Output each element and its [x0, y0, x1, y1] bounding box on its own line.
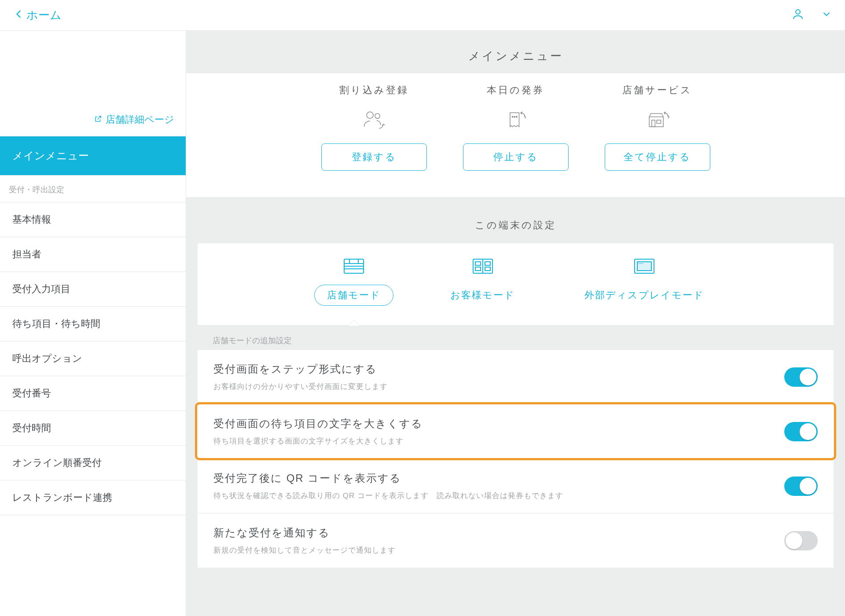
- shop-detail-label: 店舗詳細ページ: [106, 113, 174, 126]
- setting-text: 受付完了後に QR コードを表示する 待ち状況を確認できる読み取り用の QR コ…: [213, 471, 563, 501]
- action-label: 本日の発券: [487, 84, 544, 97]
- back-label: ホーム: [26, 7, 62, 23]
- terminal-title: この端末の設定: [186, 198, 845, 243]
- setting-row-step: 受付画面をステップ形式にする お客様向けの分かりやすい受付画面に変更します: [198, 349, 834, 404]
- sidebar: 店舗詳細ページ メインメニュー 受付・呼出設定 基本情報 担当者 受付入力項目 …: [0, 31, 186, 616]
- toggle-notify[interactable]: [784, 531, 818, 550]
- sidebar-item-wait[interactable]: 待ち項目・待ち時間: [0, 307, 186, 341]
- svg-point-0: [796, 10, 800, 14]
- svg-point-22: [642, 263, 643, 264]
- external-link-icon: [94, 114, 102, 125]
- setting-list: 受付画面をステップ形式にする お客様向けの分かりやすい受付画面に変更します 受付…: [198, 349, 834, 568]
- setting-title: 受付画面の待ち項目の文字を大きくする: [213, 417, 423, 431]
- main-menu-title: メインメニュー: [186, 31, 845, 73]
- content: メインメニュー 割り込み登録 登録する 本日の発券 停止する 店舗サー: [186, 31, 845, 616]
- toggle-qr[interactable]: [784, 477, 818, 496]
- mode-display-icon: [634, 258, 655, 277]
- setting-title: 受付画面をステップ形式にする: [213, 362, 388, 376]
- action-label: 店舗サービス: [622, 84, 692, 97]
- svg-point-2: [375, 114, 379, 118]
- svg-rect-14: [475, 262, 481, 265]
- sidebar-section-label: 受付・呼出設定: [0, 176, 186, 202]
- store-cycle-icon: [644, 105, 671, 136]
- user-controls: [791, 7, 831, 23]
- sidebar-header-area: 店舗詳細ページ: [0, 31, 186, 136]
- action-row: 割り込み登録 登録する 本日の発券 停止する 店舗サービス 全: [186, 73, 845, 198]
- active-tab-pointer: [349, 320, 359, 326]
- back-button[interactable]: ホーム: [14, 7, 62, 23]
- shop-detail-link[interactable]: 店舗詳細ページ: [94, 113, 174, 126]
- action-card-interrupt: 割り込み登録 登録する: [317, 84, 431, 171]
- svg-rect-16: [485, 262, 490, 265]
- setting-text: 受付画面をステップ形式にする お客様向けの分かりやすい受付画面に変更します: [213, 362, 388, 392]
- setting-desc: 待ち項目を選択する画面の文字サイズを大きくします: [213, 436, 423, 446]
- people-cycle-icon: [361, 105, 387, 136]
- mode-subhead: 店舗モードの追加設定: [198, 326, 834, 349]
- setting-text: 新たな受付を通知する 新規の受付を検知して音とメッセージで通知します: [213, 526, 396, 555]
- chevron-down-icon[interactable]: [822, 10, 831, 21]
- svg-point-4: [514, 116, 514, 117]
- setting-desc: 待ち状況を確認できる読み取り用の QR コードを表示します 読み取れない場合は発…: [213, 491, 563, 501]
- mode-label: 店舗モード: [314, 285, 393, 306]
- setting-row-qr: 受付完了後に QR コードを表示する 待ち状況を確認できる読み取り用の QR コ…: [198, 458, 834, 513]
- action-card-service: 店舗サービス 全て停止する: [600, 84, 715, 171]
- mode-store-icon: [343, 258, 364, 277]
- setting-desc: 新規の受付を検知して音とメッセージで通知します: [213, 545, 396, 555]
- mode-label: お客様モード: [437, 285, 528, 306]
- mode-tabs: 店舗モード お客様モード 外部ディスプレイモード: [198, 243, 834, 326]
- svg-rect-15: [475, 267, 481, 271]
- setting-text: 受付画面の待ち項目の文字を大きくする 待ち項目を選択する画面の文字サイズを大きく…: [213, 417, 423, 446]
- tab-customer-mode[interactable]: お客様モード: [437, 258, 528, 306]
- setting-row-bigtext: 受付画面の待ち項目の文字を大きくする 待ち項目を選択する画面の文字サイズを大きく…: [198, 404, 834, 458]
- toggle-bigtext[interactable]: [784, 422, 818, 441]
- register-button[interactable]: 登録する: [321, 143, 427, 171]
- sidebar-item-restboard[interactable]: レストランボード連携: [0, 480, 186, 515]
- sidebar-item-input[interactable]: 受付入力項目: [0, 272, 186, 307]
- setting-row-notify: 新たな受付を通知する 新規の受付を検知して音とメッセージで通知します: [198, 513, 834, 568]
- mode-panel: 店舗モード お客様モード 外部ディスプレイモード 店舗モードの追加設定: [198, 243, 834, 568]
- sidebar-item-time[interactable]: 受付時間: [0, 411, 186, 446]
- svg-point-21: [640, 263, 641, 264]
- sidebar-item-mainmenu[interactable]: メインメニュー: [0, 136, 186, 176]
- setting-title: 新たな受付を通知する: [213, 526, 396, 540]
- svg-point-3: [512, 116, 513, 117]
- sidebar-item-online[interactable]: オンライン順番受付: [0, 446, 186, 480]
- svg-point-1: [367, 112, 373, 118]
- toggle-step[interactable]: [784, 367, 818, 387]
- chevron-left-icon: [14, 8, 24, 22]
- stop-button[interactable]: 停止する: [463, 143, 569, 171]
- svg-rect-17: [485, 267, 490, 271]
- topbar: ホーム: [0, 0, 845, 31]
- svg-rect-19: [637, 262, 651, 271]
- stop-all-button[interactable]: 全て停止する: [605, 143, 710, 171]
- mode-label: 外部ディスプレイモード: [572, 285, 717, 306]
- sidebar-item-number[interactable]: 受付番号: [0, 376, 186, 411]
- svg-point-5: [516, 116, 517, 117]
- setting-title: 受付完了後に QR コードを表示する: [213, 471, 563, 485]
- sidebar-item-basic[interactable]: 基本情報: [0, 202, 186, 237]
- tab-store-mode[interactable]: 店舗モード: [314, 258, 393, 306]
- receipt-cycle-icon: [503, 105, 529, 136]
- mode-customer-icon: [472, 258, 493, 277]
- setting-desc: お客様向けの分かりやすい受付画面に変更します: [213, 381, 388, 392]
- action-card-ticket: 本日の発券 停止する: [459, 84, 573, 171]
- user-icon[interactable]: [791, 7, 805, 23]
- sidebar-item-staff[interactable]: 担当者: [0, 237, 186, 272]
- svg-point-20: [639, 263, 639, 264]
- tab-display-mode[interactable]: 外部ディスプレイモード: [572, 258, 717, 306]
- sidebar-item-call[interactable]: 呼出オプション: [0, 341, 186, 376]
- action-label: 割り込み登録: [339, 84, 409, 97]
